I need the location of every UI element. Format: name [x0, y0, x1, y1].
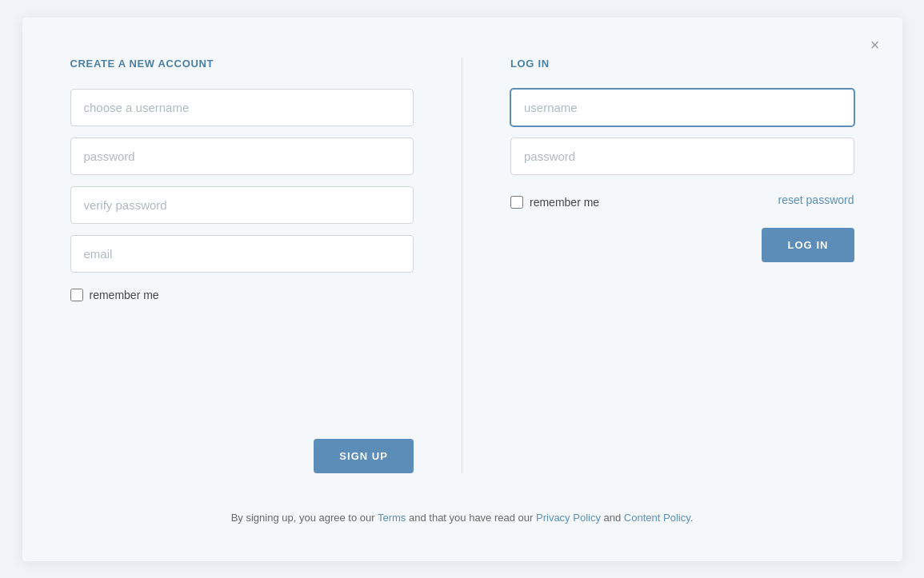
close-button[interactable]: ×: [867, 34, 883, 56]
login-username-group: [510, 89, 854, 126]
footer-text-before-terms: By signing up, you agree to our: [231, 512, 378, 524]
create-password-group: [70, 138, 414, 175]
login-remember-label[interactable]: remember me: [530, 196, 599, 209]
modal-container: × CREATE A NEW ACCOUNT remember me S: [22, 18, 902, 561]
footer-text: By signing up, you agree to our Terms an…: [70, 512, 854, 524]
create-email-input[interactable]: [70, 235, 414, 273]
footer-text-end: .: [690, 512, 694, 524]
create-account-title: CREATE A NEW ACCOUNT: [70, 58, 414, 70]
privacy-policy-link[interactable]: Privacy Policy: [536, 512, 601, 524]
login-section: LOG IN remember me reset password LOG IN: [462, 58, 854, 473]
create-password-input[interactable]: [70, 138, 414, 175]
content-policy-link[interactable]: Content Policy: [624, 512, 690, 524]
create-remember-checkbox[interactable]: [70, 289, 83, 301]
create-remember-me-row: remember me: [70, 289, 414, 301]
create-username-input[interactable]: [70, 89, 414, 126]
columns-layout: CREATE A NEW ACCOUNT remember me SIGN UP: [70, 58, 854, 473]
create-account-section: CREATE A NEW ACCOUNT remember me SIGN UP: [70, 58, 463, 473]
reset-password-link[interactable]: reset password: [778, 193, 854, 206]
login-button[interactable]: LOG IN: [762, 228, 854, 262]
create-buttons-row: SIGN UP: [70, 423, 414, 473]
login-username-input[interactable]: [510, 89, 854, 126]
create-verify-password-group: [70, 186, 414, 224]
create-username-group: [70, 89, 414, 126]
signup-button[interactable]: SIGN UP: [314, 439, 414, 473]
create-email-group: [70, 235, 414, 273]
login-password-group: [510, 138, 854, 175]
login-remember-checkbox[interactable]: [510, 196, 523, 209]
footer-text-after-terms: and that you have read our: [406, 512, 536, 524]
login-title: LOG IN: [510, 58, 854, 70]
login-buttons-row: LOG IN: [510, 228, 854, 262]
login-remember-me-group: remember me: [510, 196, 599, 209]
create-remember-label[interactable]: remember me: [90, 289, 159, 301]
create-verify-password-input[interactable]: [70, 186, 414, 224]
login-password-input[interactable]: [510, 138, 854, 175]
login-remember-row: remember me reset password: [510, 191, 854, 209]
footer-text-and: and: [601, 512, 624, 524]
terms-link[interactable]: Terms: [378, 512, 406, 524]
